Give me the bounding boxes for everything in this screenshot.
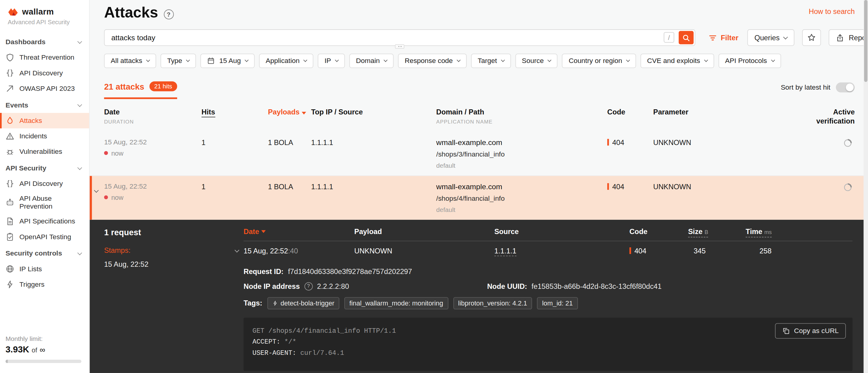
- braces-icon: [5, 179, 14, 188]
- shield-icon: [5, 53, 14, 62]
- search-button[interactable]: [679, 31, 693, 44]
- infinity-icon: ∞: [40, 345, 45, 354]
- attack-date: 15 Aug, 22:52: [104, 138, 202, 146]
- req-col-time[interactable]: Time ms: [746, 227, 852, 235]
- sidebar-item-api-discovery-2[interactable]: API Discovery: [0, 176, 89, 191]
- sidebar-item-vulnerabilities[interactable]: Vulnerabilities: [0, 144, 89, 159]
- attacks-count-label: 21 attacks: [104, 82, 145, 91]
- attacks-count: 21 attacks 21 hits: [104, 82, 177, 99]
- info-icon[interactable]: ?: [304, 282, 313, 290]
- filter-chip-all-attacks[interactable]: All attacks: [104, 54, 156, 68]
- filter-chip-source[interactable]: Source: [515, 54, 558, 68]
- filter-chip-country[interactable]: Country or region: [562, 54, 636, 68]
- filter-chip-date[interactable]: 15 Aug: [200, 54, 255, 68]
- attack-row-expanded[interactable]: 15 Aug, 22:52 now 1 1 BOLA 1.1.1.1 wmall…: [90, 176, 868, 219]
- sidebar-nav: Dashboards Threat Prevention API Discove…: [0, 33, 89, 292]
- filter-chip-bar: All attacks Type 15 Aug Application IP D…: [90, 54, 868, 68]
- col-payloads[interactable]: Payloads: [268, 108, 311, 116]
- page-title: Attacks: [104, 5, 158, 21]
- col-top-ip: Top IP / Source: [311, 108, 436, 116]
- attack-duration: now: [111, 193, 123, 201]
- sidebar-item-label: API Discovery: [20, 180, 63, 188]
- filter-button[interactable]: Filter: [708, 34, 740, 42]
- tag-chip[interactable]: libproton_version: 4.2.1: [453, 297, 532, 309]
- chevron-down-icon: [626, 58, 630, 62]
- filter-chip-application[interactable]: Application: [259, 54, 313, 68]
- sidebar-item-label: Attacks: [20, 117, 42, 125]
- collapse-row-icon[interactable]: [95, 185, 98, 193]
- copy-icon: [782, 327, 790, 335]
- filter-chip-target[interactable]: Target: [471, 54, 510, 68]
- attack-row[interactable]: 15 Aug, 22:52 now 1 1 BOLA 1.1.1.1 wmall…: [90, 131, 868, 176]
- sidebar-item-ip-lists[interactable]: IP Lists: [0, 261, 89, 277]
- collapse-request-icon[interactable]: [235, 247, 240, 252]
- chevron-down-icon: [771, 58, 775, 62]
- search-resize-handle[interactable]: [395, 44, 404, 49]
- vertical-scrollbar: [864, 0, 868, 373]
- request-meta: Request ID: f7d1840d63380e3f9278ae757d20…: [244, 267, 852, 309]
- sidebar-section-api-security[interactable]: API Security: [0, 159, 89, 176]
- copy-as-curl-button[interactable]: Copy as cURL: [775, 323, 846, 339]
- sidebar-item-api-discovery[interactable]: API Discovery: [0, 65, 89, 81]
- attack-duration: now: [111, 149, 123, 157]
- col-hits[interactable]: Hits: [202, 108, 268, 116]
- sidebar-item-label: Triggers: [20, 281, 44, 288]
- help-icon[interactable]: ?: [163, 10, 174, 20]
- sidebar-item-triggers[interactable]: Triggers: [0, 277, 89, 292]
- attack-domain: wmall-example.com: [436, 182, 607, 190]
- chevron-down-icon: [77, 102, 82, 107]
- sidebar-item-label: API Specifications: [20, 217, 75, 225]
- search-input[interactable]: [104, 29, 695, 46]
- sidebar-section-security-controls[interactable]: Security controls: [0, 245, 89, 261]
- filter-chip-type[interactable]: Type: [160, 54, 196, 68]
- sidebar-item-api-specifications[interactable]: API Specifications: [0, 214, 89, 229]
- toolbar: Filter Queries Report: [708, 29, 868, 46]
- flame-icon: [5, 116, 14, 125]
- request-date: 15 Aug, 22:52: [244, 246, 288, 255]
- scrollbar-thumb[interactable]: [864, 0, 867, 82]
- request-source[interactable]: 1.1.1.1: [494, 246, 516, 256]
- report-button[interactable]: Report: [829, 29, 868, 46]
- favorite-button[interactable]: [802, 29, 821, 46]
- req-col-size[interactable]: Size B: [688, 227, 746, 235]
- verification-status-icon[interactable]: [843, 182, 852, 192]
- sort-toggle[interactable]: [836, 82, 855, 92]
- how-to-search-link[interactable]: How to search: [809, 7, 855, 15]
- request-row[interactable]: 15 Aug, 22:52:40 UNKNOWN 1.1.1.1 404 345…: [244, 241, 852, 260]
- queries-button[interactable]: Queries: [747, 29, 795, 46]
- sidebar-item-attacks[interactable]: Attacks: [0, 113, 89, 128]
- req-col-date[interactable]: Date: [244, 227, 354, 235]
- attack-parameter: UNKNOWN: [653, 138, 786, 146]
- tag-chip[interactable]: lom_id: 21: [537, 297, 578, 309]
- verification-status-icon[interactable]: [843, 138, 852, 148]
- tag-chip[interactable]: detect-bola-trigger: [267, 297, 339, 309]
- sidebar-item-threat-prevention[interactable]: Threat Prevention: [0, 50, 89, 65]
- star-icon: [807, 33, 816, 42]
- attack-path: /shops/3/financial_info: [436, 150, 607, 158]
- sidebar-item-label: API Abuse Prevention: [20, 195, 85, 210]
- chevron-down-icon: [457, 58, 461, 62]
- tag-chip[interactable]: final_wallarm_mode: monitoring: [344, 297, 448, 309]
- sidebar-item-api-abuse-prevention[interactable]: API Abuse Prevention: [0, 191, 89, 213]
- page-header: Attacks ? How to search: [90, 0, 868, 24]
- attacks-table-header: Date DURATION Hits Payloads Top IP / Sou…: [90, 108, 868, 131]
- filter-chip-response-code[interactable]: Response code: [398, 54, 466, 68]
- usage-progress-bar: [5, 360, 81, 363]
- export-icon: [836, 34, 844, 42]
- filter-chip-ip[interactable]: IP: [318, 54, 345, 68]
- sidebar-section-events[interactable]: Events: [0, 96, 89, 113]
- sidebar-item-incidents[interactable]: Incidents: [0, 128, 89, 144]
- attack-application: default: [436, 206, 607, 213]
- sidebar-item-openapi-testing[interactable]: OpenAPI Testing: [0, 229, 89, 245]
- req-col-source: Source: [494, 227, 629, 235]
- accept-header-key: ACCEPT:: [252, 338, 280, 346]
- sidebar-section-dashboards[interactable]: Dashboards: [0, 33, 89, 50]
- filter-chip-cve[interactable]: CVE and exploits: [641, 54, 714, 68]
- filter-chip-api-protocols[interactable]: API Protocols: [718, 54, 781, 68]
- sort-control: Sort by latest hit: [781, 82, 855, 92]
- sidebar-item-owasp-api-2023[interactable]: OWASP API 2023: [0, 81, 89, 96]
- filter-chip-domain[interactable]: Domain: [349, 54, 394, 68]
- section-label: API Security: [5, 164, 46, 172]
- request-table-header: Date Payload Source Code Size B Time ms: [244, 227, 852, 241]
- chevron-down-icon: [501, 58, 505, 62]
